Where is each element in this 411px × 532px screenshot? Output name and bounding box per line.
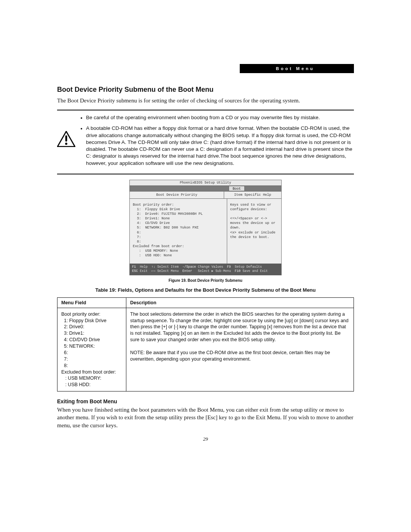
- caution-item: A bootable CD-ROM has either a floppy di…: [86, 125, 354, 166]
- bios-key-space: -/Space: [182, 265, 196, 269]
- section-heading: Boot Device Priority Submenu of the Boot…: [57, 86, 354, 94]
- description-p1: The boot selections determine the order …: [130, 312, 349, 343]
- caution-body: Be careful of the operating environment …: [80, 113, 354, 171]
- bios-key-updown-label: Select Item: [157, 265, 178, 269]
- rule-bottom: [57, 174, 354, 174]
- table-cell-menu-field: Boot priority order: 1: Floppy Disk Driv…: [57, 308, 126, 391]
- bios-key-esc: ESC: [132, 269, 138, 273]
- bios-title: PhoenixBIOS Setup Utility: [129, 180, 282, 186]
- bios-help-text: Keys used to view or configure devices: …: [227, 199, 281, 264]
- bios-key-f1-label: Help: [140, 265, 147, 269]
- bios-right-header: Item Specific Help: [224, 191, 281, 199]
- bios-active-tab: Boot: [229, 186, 245, 191]
- section-tab: Boot Menu: [240, 64, 354, 73]
- bios-key-f1: F1: [132, 265, 136, 269]
- description-p2: NOTE: Be aware that if you use the CD-RO…: [130, 350, 330, 362]
- page-number: 29: [57, 436, 354, 442]
- bios-boot-order: Boot priority order: 1: Floppy Disk Driv…: [130, 199, 227, 264]
- bios-tabbar: Boot: [129, 186, 282, 191]
- bios-key-f10: F10: [235, 269, 241, 273]
- bios-screenshot: PhoenixBIOS Setup Utility Boot Boot Devi…: [129, 180, 282, 275]
- bios-key-leftright-label: Select Menu: [157, 269, 178, 273]
- caution-item: Be careful of the operating environment …: [86, 114, 354, 121]
- table-header-description: Description: [126, 297, 354, 308]
- section-intro: The Boot Device Priority submenu is for …: [57, 97, 354, 104]
- fields-table: Menu Field Description Boot priority ord…: [57, 297, 354, 392]
- exit-body: When you have finished setting the boot …: [57, 406, 354, 429]
- bios-key-enter-label: Select ▶ Sub-Menu: [198, 269, 231, 273]
- bios-key-updown: ↑↓: [151, 265, 155, 269]
- table-header-menu-field: Menu Field: [57, 297, 126, 308]
- warning-icon: [57, 113, 80, 147]
- bios-key-f10-label: Save and Exit: [242, 269, 268, 273]
- table-row: Boot priority order: 1: Floppy Disk Driv…: [57, 308, 354, 391]
- bios-footer: F1 Help ↑↓ Select Item -/Space Change Va…: [129, 264, 282, 275]
- table-caption: Table 19: Fields, Options and Defaults f…: [57, 287, 354, 293]
- bios-body: Boot priority order: 1: Floppy Disk Driv…: [129, 199, 282, 264]
- bios-key-enter: Enter: [182, 269, 192, 273]
- page: Boot Menu Boot Device Priority Submenu o…: [0, 0, 411, 532]
- svg-rect-1: [65, 136, 67, 142]
- section-tab-label: Boot Menu: [276, 66, 315, 71]
- bios-column-headers: Boot Device Priority Item Specific Help: [129, 191, 282, 199]
- bios-key-leftright: ←→: [151, 269, 155, 273]
- caution-callout: Be careful of the operating environment …: [57, 110, 354, 174]
- bios-key-f9-label: Setup Defaults: [235, 265, 262, 269]
- bios-key-f9: F9: [227, 265, 231, 269]
- figure-caption: Figure 19. Boot Device Priority Submenu: [57, 278, 354, 283]
- table-cell-description: The boot selections determine the order …: [126, 308, 354, 391]
- bios-key-esc-label: Exit: [140, 269, 147, 273]
- bios-key-space-label: Change Values: [198, 265, 223, 269]
- svg-point-2: [65, 143, 67, 145]
- exit-heading: Exiting from Boot Menu: [57, 398, 354, 404]
- bios-left-header: Boot Device Priority: [130, 191, 224, 199]
